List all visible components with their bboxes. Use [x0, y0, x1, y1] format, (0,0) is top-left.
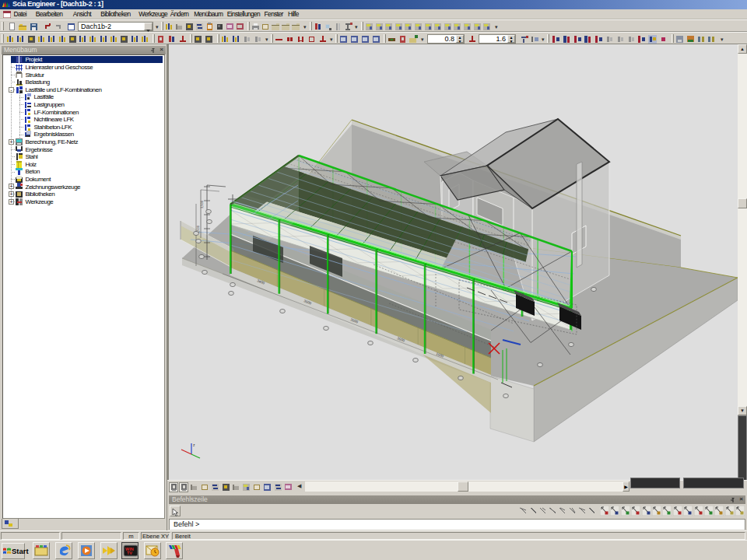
svg-text:TV: TV	[127, 551, 132, 555]
svg-text:3,500: 3,500	[200, 200, 204, 208]
